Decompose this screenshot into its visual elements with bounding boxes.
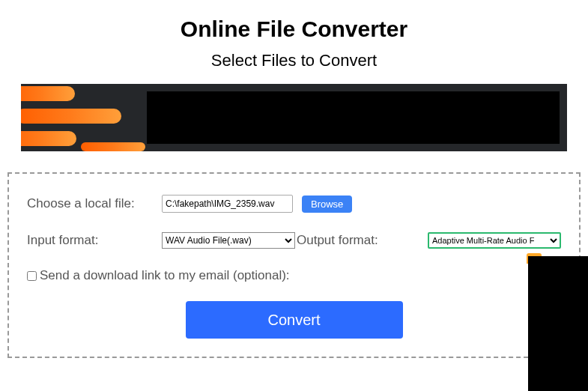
input-format-label: Input format: — [27, 233, 162, 248]
input-format-select[interactable]: WAV Audio File(.wav) — [162, 232, 295, 249]
page-title: Online File Converter — [0, 16, 588, 42]
email-checkbox-label[interactable]: Send a download link to my email (option… — [40, 268, 290, 283]
file-path-input[interactable] — [162, 195, 293, 213]
banner-content — [147, 91, 560, 144]
output-format-label: Output format: — [297, 233, 378, 248]
banner-decoration — [21, 131, 76, 146]
overlay-panel[interactable] — [528, 256, 588, 391]
ad-banner — [21, 84, 567, 151]
page-subtitle: Select Files to Convert — [0, 51, 588, 70]
email-option-row: Send a download link to my email (option… — [27, 268, 561, 283]
file-label: Choose a local file: — [27, 196, 162, 211]
browse-button[interactable]: Browse — [302, 196, 352, 213]
output-format-select[interactable]: Adaptive Multi-Rate Audio F — [428, 232, 561, 249]
banner-decoration — [21, 86, 75, 101]
convert-button[interactable]: Convert — [186, 301, 403, 339]
email-checkbox[interactable] — [27, 271, 37, 281]
banner-decoration — [81, 142, 145, 151]
file-row: Choose a local file: Browse — [27, 195, 561, 213]
format-row: Input format: WAV Audio File(.wav) Outpu… — [27, 232, 561, 249]
converter-form: Choose a local file: Browse Input format… — [7, 172, 581, 358]
banner-decoration — [21, 109, 121, 124]
